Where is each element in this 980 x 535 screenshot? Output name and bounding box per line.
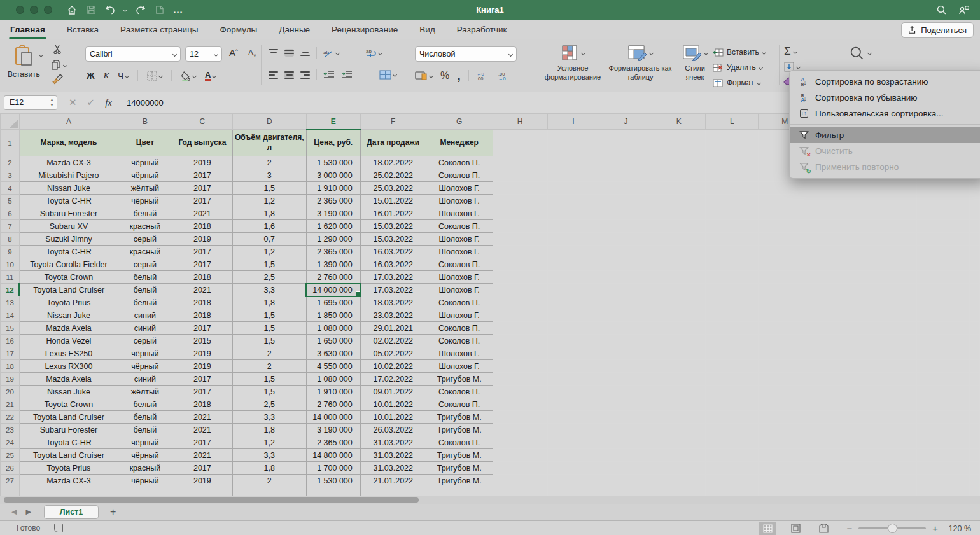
empty-cell[interactable] — [759, 386, 811, 398]
menu-item-custom-sort[interactable]: ↓↑Пользовательская сортировка... — [790, 106, 980, 122]
cell[interactable]: Toyota C-HR — [19, 436, 118, 449]
empty-cell[interactable] — [969, 220, 979, 233]
cell[interactable]: синий — [118, 373, 172, 386]
empty-cell[interactable] — [426, 487, 493, 497]
increase-decimal-button[interactable]: ←0.00 — [477, 71, 491, 81]
empty-cell[interactable] — [493, 271, 547, 284]
row-header-15[interactable]: 15 — [1, 322, 20, 335]
empty-cell[interactable] — [706, 207, 759, 220]
align-middle-icon[interactable] — [284, 49, 294, 57]
insert-function-icon[interactable]: fx — [105, 97, 112, 108]
cell[interactable]: 2017 — [172, 436, 232, 449]
empty-cell[interactable] — [652, 398, 706, 411]
cell[interactable]: белый — [118, 271, 172, 284]
cell[interactable]: Шолохов Г. — [426, 309, 493, 322]
empty-cell[interactable] — [599, 424, 652, 436]
cell[interactable]: 2021 — [172, 284, 232, 296]
page-layout-view-button[interactable] — [787, 522, 804, 535]
empty-cell[interactable] — [864, 424, 917, 436]
empty-cell[interactable] — [916, 271, 969, 284]
cell[interactable]: 25.03.2022 — [360, 182, 426, 195]
empty-cell[interactable] — [811, 322, 864, 335]
tab-Вид[interactable]: Вид — [418, 21, 436, 39]
page-break-view-button[interactable] — [815, 522, 832, 535]
empty-cell[interactable] — [493, 309, 547, 322]
insert-cells-button[interactable]: Вставить — [713, 45, 766, 59]
empty-cell[interactable] — [969, 296, 979, 309]
zoom-out-button[interactable]: − — [846, 523, 852, 534]
empty-cell[interactable] — [759, 347, 811, 360]
empty-cell[interactable] — [493, 207, 547, 220]
empty-cell[interactable] — [547, 475, 599, 487]
empty-cell[interactable] — [759, 424, 811, 436]
empty-cell[interactable] — [599, 169, 652, 182]
empty-cell[interactable] — [864, 475, 917, 487]
cell[interactable]: 18.03.2022 — [360, 296, 426, 309]
empty-cell[interactable] — [969, 271, 979, 284]
cell[interactable]: синий — [118, 322, 172, 335]
empty-cell[interactable] — [969, 386, 979, 398]
empty-cell[interactable] — [547, 246, 599, 258]
empty-cell[interactable] — [493, 436, 547, 449]
cell[interactable]: чёрный — [118, 475, 172, 487]
align-right-icon[interactable] — [300, 71, 310, 78]
empty-cell[interactable] — [706, 130, 759, 156]
empty-cell[interactable] — [599, 182, 652, 195]
empty-cell[interactable] — [969, 424, 979, 436]
cell[interactable]: 2017 — [172, 246, 232, 258]
empty-cell[interactable] — [652, 487, 706, 497]
cell[interactable]: Toyota C-HR — [19, 195, 118, 207]
cell[interactable]: Шолохов Г. — [426, 195, 493, 207]
cell[interactable]: Тригубов М. — [426, 424, 493, 436]
cell[interactable]: 4 550 000 — [306, 360, 360, 373]
empty-cell[interactable] — [811, 271, 864, 284]
cell[interactable]: Соколов П. — [426, 296, 493, 309]
empty-cell[interactable] — [864, 386, 917, 398]
normal-view-button[interactable] — [759, 522, 776, 535]
empty-cell[interactable] — [493, 411, 547, 424]
cell[interactable]: 3 000 000 — [306, 169, 360, 182]
empty-cell[interactable] — [969, 449, 979, 462]
empty-cell[interactable] — [706, 246, 759, 258]
empty-cell[interactable] — [969, 258, 979, 271]
cell[interactable]: Соколов П. — [426, 156, 493, 169]
empty-cell[interactable] — [811, 309, 864, 322]
empty-cell[interactable] — [811, 182, 864, 195]
cell[interactable]: 10.01.2022 — [360, 398, 426, 411]
cell[interactable]: Шолохов Г. — [426, 207, 493, 220]
row-header-16[interactable]: 16 — [1, 335, 20, 347]
cell[interactable]: Соколов П. — [426, 386, 493, 398]
empty-cell[interactable] — [759, 207, 811, 220]
row-header-10[interactable]: 10 — [1, 258, 20, 271]
empty-cell[interactable] — [652, 207, 706, 220]
empty-cell[interactable] — [759, 258, 811, 271]
cell[interactable]: 1 620 000 — [306, 220, 360, 233]
empty-cell[interactable] — [759, 462, 811, 475]
empty-cell[interactable] — [759, 296, 811, 309]
cell[interactable]: Toyota Land Cruiser — [19, 411, 118, 424]
empty-cell[interactable] — [759, 487, 811, 497]
cell[interactable]: Шолохов Г. — [426, 271, 493, 284]
empty-cell[interactable] — [493, 360, 547, 373]
cell[interactable]: 31.03.2022 — [360, 436, 426, 449]
empty-cell[interactable] — [493, 487, 547, 497]
cell[interactable]: Шолохов Г. — [426, 360, 493, 373]
cell[interactable]: 1,5 — [232, 335, 306, 347]
empty-cell[interactable] — [916, 309, 969, 322]
empty-cell[interactable] — [599, 207, 652, 220]
name-box[interactable]: E12 ▲▼ — [4, 95, 57, 110]
empty-cell[interactable] — [969, 182, 979, 195]
row-header-20[interactable]: 20 — [1, 386, 20, 398]
empty-cell[interactable] — [493, 386, 547, 398]
cell[interactable]: Соколов П. — [426, 169, 493, 182]
empty-cell[interactable] — [864, 449, 917, 462]
cell[interactable]: Mitsubishi Pajero — [19, 169, 118, 182]
empty-cell[interactable] — [969, 462, 979, 475]
empty-cell[interactable] — [864, 182, 917, 195]
empty-cell[interactable] — [811, 424, 864, 436]
cell[interactable]: Mazda Axela — [19, 373, 118, 386]
cell[interactable]: 17.02.2022 — [360, 373, 426, 386]
align-center-icon[interactable] — [284, 71, 294, 78]
empty-cell[interactable] — [916, 182, 969, 195]
cell[interactable]: 3,3 — [232, 411, 306, 424]
